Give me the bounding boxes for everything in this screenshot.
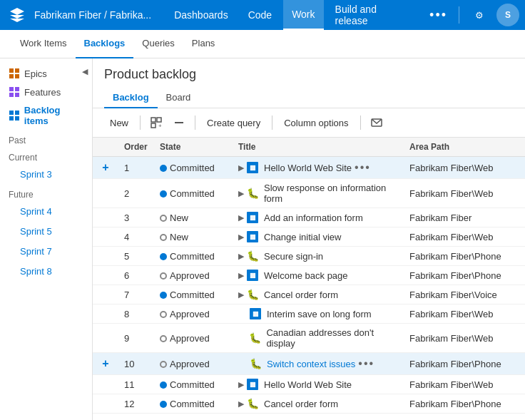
cell-state: Committed bbox=[154, 157, 233, 179]
expand-arrow[interactable]: ▶ bbox=[238, 189, 244, 198]
expand-arrow[interactable]: ▶ bbox=[238, 380, 244, 389]
cell-title: ▶▩Hello World Web Site bbox=[233, 375, 404, 394]
sidebar-child-sprint-5[interactable]: Sprint 5 bbox=[0, 221, 92, 241]
new-button[interactable]: New bbox=[104, 115, 134, 131]
cell-area: Fabrikam Fiber\Web bbox=[404, 304, 525, 324]
settings-icon[interactable]: ⚙ bbox=[468, 4, 491, 26]
cell-title: 🐛Switch context issues••• bbox=[233, 353, 404, 375]
cell-title: ▶▩Welcome back page bbox=[233, 266, 404, 285]
svg-rect-10 bbox=[9, 116, 14, 121]
cell-area: Fabrikam Fiber\Phone bbox=[404, 353, 525, 375]
expand-arrow[interactable]: ▶ bbox=[238, 290, 244, 299]
table-row: 6Approved▶▩Welcome back pageFabrikam Fib… bbox=[93, 266, 525, 285]
cell-state: Approved bbox=[154, 304, 233, 324]
sidebar-child-sprint-4[interactable]: Sprint 4 bbox=[0, 201, 92, 221]
status-dot bbox=[160, 381, 167, 389]
expand-arrow[interactable]: ▶ bbox=[238, 163, 244, 173]
column-options-button[interactable]: Column options bbox=[278, 115, 354, 131]
sidebar-section-current: Current bbox=[0, 147, 92, 164]
expand-arrow[interactable]: ▶ bbox=[238, 232, 244, 242]
bug-icon: 🐛 bbox=[250, 358, 261, 369]
col-header-add bbox=[93, 138, 118, 157]
title-text: Hello World Web Site bbox=[264, 163, 352, 173]
table-container: Order State Title Area Path +1Committed▶… bbox=[93, 138, 525, 420]
nav-dashboards[interactable]: Dashboards bbox=[165, 0, 237, 30]
cell-area: Fabrikam Fiber\Phone bbox=[404, 247, 525, 266]
create-query-button[interactable]: Create query bbox=[201, 115, 266, 131]
table-header-row: Order State Title Area Path bbox=[93, 138, 525, 157]
cell-order: 11 bbox=[118, 375, 154, 394]
add-row-button[interactable]: + bbox=[98, 160, 113, 175]
col-header-state[interactable]: State bbox=[154, 138, 233, 157]
sidebar-child-sprint-3[interactable]: Sprint 3 bbox=[0, 164, 92, 184]
status-dot bbox=[160, 401, 167, 408]
nav-work[interactable]: Work bbox=[283, 0, 323, 30]
col-header-order[interactable]: Order bbox=[118, 138, 154, 157]
cell-state: Committed bbox=[154, 179, 233, 208]
sidebar-section-future: Future bbox=[0, 184, 92, 201]
title-link[interactable]: Switch context issues bbox=[267, 359, 355, 369]
sidebar-item-backlog-items[interactable]: Backlog items bbox=[0, 101, 92, 130]
title-text: Change initial view bbox=[264, 232, 341, 242]
cell-title: 🐛Canadian addresses don't display bbox=[233, 324, 404, 353]
cell-order: 1 bbox=[118, 157, 154, 179]
status-dot bbox=[160, 272, 167, 280]
svg-rect-0 bbox=[9, 68, 14, 73]
sidebar-collapse-button[interactable]: ◀ bbox=[78, 64, 92, 78]
tab-backlog[interactable]: Backlog bbox=[104, 88, 158, 108]
cell-state: New bbox=[154, 227, 233, 247]
nav-build-release[interactable]: Build and release bbox=[327, 0, 419, 30]
expand-arrow[interactable]: ▶ bbox=[238, 252, 244, 261]
cell-order: 9 bbox=[118, 324, 154, 353]
col-header-title[interactable]: Title bbox=[233, 138, 404, 157]
mail-icon[interactable] bbox=[367, 113, 387, 133]
expand-arrow[interactable]: ▶ bbox=[238, 213, 244, 222]
cell-area: Fabrikam Fiber\Web bbox=[404, 375, 525, 394]
top-nav: Fabrikam Fiber / Fabrika... Dashboards C… bbox=[0, 0, 525, 30]
more-options-button[interactable]: ••• bbox=[355, 161, 371, 174]
sidebar-item-features[interactable]: Features bbox=[0, 83, 92, 101]
svg-rect-8 bbox=[9, 111, 14, 115]
svg-text:+: + bbox=[158, 123, 162, 128]
svg-rect-11 bbox=[15, 116, 19, 121]
story-icon: ▩ bbox=[247, 270, 258, 281]
nav-more-icon[interactable]: ••• bbox=[421, 0, 456, 30]
cell-area: Fabrikam Fiber\Web bbox=[404, 227, 525, 247]
cell-title: ▶▩Add an information form bbox=[233, 208, 404, 227]
cell-order: 2 bbox=[118, 179, 154, 208]
svg-rect-4 bbox=[9, 87, 14, 91]
cell-title: ▶▩Hello World Web Site••• bbox=[233, 157, 404, 179]
epics-label: Epics bbox=[24, 68, 47, 79]
tab-work-items[interactable]: Work Items bbox=[11, 30, 76, 58]
collapse-icon[interactable] bbox=[169, 113, 189, 133]
sidebar-child-sprint-7[interactable]: Sprint 7 bbox=[0, 241, 92, 261]
sidebar-child-sprint-8[interactable]: Sprint 8 bbox=[0, 261, 92, 281]
logo bbox=[6, 4, 29, 26]
nav-code[interactable]: Code bbox=[240, 0, 280, 30]
col-header-area[interactable]: Area Path bbox=[404, 138, 525, 157]
cell-order: 10 bbox=[118, 353, 154, 375]
add-child-icon[interactable]: + bbox=[146, 113, 166, 133]
cell-title: ▶🐛Cancel order form bbox=[233, 285, 404, 304]
status-dot bbox=[160, 311, 167, 318]
tab-board[interactable]: Board bbox=[158, 88, 200, 108]
org-name[interactable]: Fabrikam Fiber / Fabrika... bbox=[34, 9, 151, 21]
add-row-button[interactable]: + bbox=[98, 357, 113, 371]
main-layout: ◀ Epics Features Backlog items Past Curr… bbox=[0, 58, 525, 420]
expand-arrow[interactable]: ▶ bbox=[238, 399, 244, 409]
tab-plans[interactable]: Plans bbox=[183, 30, 224, 58]
svg-rect-9 bbox=[15, 111, 19, 115]
svg-rect-12 bbox=[151, 118, 156, 122]
tab-queries[interactable]: Queries bbox=[133, 30, 183, 58]
cell-title: ▶▩Change initial view bbox=[233, 227, 404, 247]
table-row: +10Approved🐛Switch context issues•••Fabr… bbox=[93, 353, 525, 375]
user-avatar[interactable]: S bbox=[496, 4, 519, 26]
svg-rect-2 bbox=[9, 74, 14, 78]
svg-rect-13 bbox=[157, 118, 161, 122]
backlog-items-icon bbox=[9, 110, 20, 121]
cell-title: ▶🐛Slow response on information form bbox=[233, 179, 404, 208]
tab-backlogs[interactable]: Backlogs bbox=[76, 30, 134, 58]
expand-arrow[interactable]: ▶ bbox=[238, 271, 244, 280]
cell-state: Approved bbox=[154, 353, 233, 375]
more-options-button[interactable]: ••• bbox=[358, 357, 374, 370]
